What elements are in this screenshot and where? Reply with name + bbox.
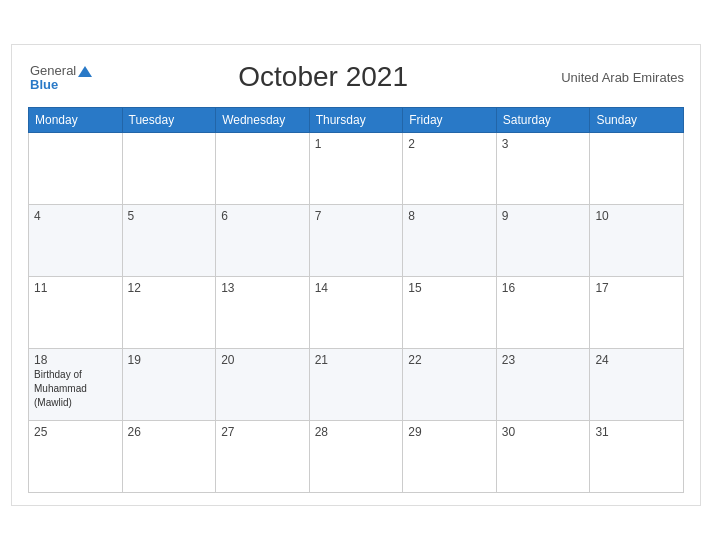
col-friday: Friday <box>403 108 497 133</box>
calendar-week-row-5: 25262728293031 <box>29 421 684 493</box>
day-number: 22 <box>408 353 491 367</box>
calendar-title: October 2021 <box>92 61 554 93</box>
calendar-cell: 6 <box>216 205 310 277</box>
day-number: 3 <box>502 137 585 151</box>
day-number: 17 <box>595 281 678 295</box>
weekday-header-row: Monday Tuesday Wednesday Thursday Friday… <box>29 108 684 133</box>
calendar-cell <box>590 133 684 205</box>
day-number: 26 <box>128 425 211 439</box>
calendar-cell: 30 <box>496 421 590 493</box>
calendar-cell <box>216 133 310 205</box>
day-number: 19 <box>128 353 211 367</box>
calendar-cell: 5 <box>122 205 216 277</box>
day-number: 4 <box>34 209 117 223</box>
calendar-cell: 22 <box>403 349 497 421</box>
calendar-cell: 20 <box>216 349 310 421</box>
col-sunday: Sunday <box>590 108 684 133</box>
logo-triangle-shape <box>78 66 92 77</box>
col-tuesday: Tuesday <box>122 108 216 133</box>
calendar-cell: 15 <box>403 277 497 349</box>
event-label: Birthday of Muhammad (Mawlid) <box>34 369 87 408</box>
calendar-cell <box>29 133 123 205</box>
calendar-cell: 23 <box>496 349 590 421</box>
day-number: 11 <box>34 281 117 295</box>
calendar-week-row-3: 11121314151617 <box>29 277 684 349</box>
day-number: 9 <box>502 209 585 223</box>
col-wednesday: Wednesday <box>216 108 310 133</box>
day-number: 27 <box>221 425 304 439</box>
calendar-cell: 26 <box>122 421 216 493</box>
day-number: 16 <box>502 281 585 295</box>
logo-blue-label: Blue <box>30 77 58 92</box>
day-number: 30 <box>502 425 585 439</box>
day-number: 2 <box>408 137 491 151</box>
day-number: 8 <box>408 209 491 223</box>
calendar-cell: 24 <box>590 349 684 421</box>
calendar-cell: 13 <box>216 277 310 349</box>
day-number: 14 <box>315 281 398 295</box>
day-number: 12 <box>128 281 211 295</box>
day-number: 31 <box>595 425 678 439</box>
calendar-cell: 9 <box>496 205 590 277</box>
calendar-cell: 16 <box>496 277 590 349</box>
calendar-week-row-4: 18Birthday of Muhammad (Mawlid)192021222… <box>29 349 684 421</box>
col-thursday: Thursday <box>309 108 403 133</box>
calendar-cell: 8 <box>403 205 497 277</box>
calendar-cell: 25 <box>29 421 123 493</box>
calendar-cell: 31 <box>590 421 684 493</box>
calendar-cell: 1 <box>309 133 403 205</box>
country-label: United Arab Emirates <box>554 70 684 85</box>
day-number: 20 <box>221 353 304 367</box>
day-number: 18 <box>34 353 117 367</box>
calendar-table: Monday Tuesday Wednesday Thursday Friday… <box>28 107 684 493</box>
calendar-cell: 28 <box>309 421 403 493</box>
calendar-cell: 4 <box>29 205 123 277</box>
col-monday: Monday <box>29 108 123 133</box>
logo-general-label: General <box>30 63 76 78</box>
calendar-cell <box>122 133 216 205</box>
col-saturday: Saturday <box>496 108 590 133</box>
calendar-week-row-2: 45678910 <box>29 205 684 277</box>
day-number: 21 <box>315 353 398 367</box>
day-number: 1 <box>315 137 398 151</box>
calendar-header: General General Blue October 2021 United… <box>28 61 684 93</box>
calendar-cell: 14 <box>309 277 403 349</box>
calendar-cell: 3 <box>496 133 590 205</box>
calendar-cell: 2 <box>403 133 497 205</box>
day-number: 6 <box>221 209 304 223</box>
day-number: 23 <box>502 353 585 367</box>
day-number: 10 <box>595 209 678 223</box>
calendar-cell: 27 <box>216 421 310 493</box>
day-number: 25 <box>34 425 117 439</box>
day-number: 5 <box>128 209 211 223</box>
day-number: 7 <box>315 209 398 223</box>
calendar-cell: 11 <box>29 277 123 349</box>
calendar-cell: 17 <box>590 277 684 349</box>
calendar-week-row-1: 123 <box>29 133 684 205</box>
calendar-cell: 19 <box>122 349 216 421</box>
day-number: 29 <box>408 425 491 439</box>
calendar-cell: 18Birthday of Muhammad (Mawlid) <box>29 349 123 421</box>
calendar-cell: 10 <box>590 205 684 277</box>
day-number: 24 <box>595 353 678 367</box>
day-number: 13 <box>221 281 304 295</box>
calendar-cell: 12 <box>122 277 216 349</box>
day-number: 28 <box>315 425 398 439</box>
calendar-container: General General Blue October 2021 United… <box>11 44 701 506</box>
day-number: 15 <box>408 281 491 295</box>
calendar-cell: 29 <box>403 421 497 493</box>
calendar-cell: 7 <box>309 205 403 277</box>
calendar-cell: 21 <box>309 349 403 421</box>
